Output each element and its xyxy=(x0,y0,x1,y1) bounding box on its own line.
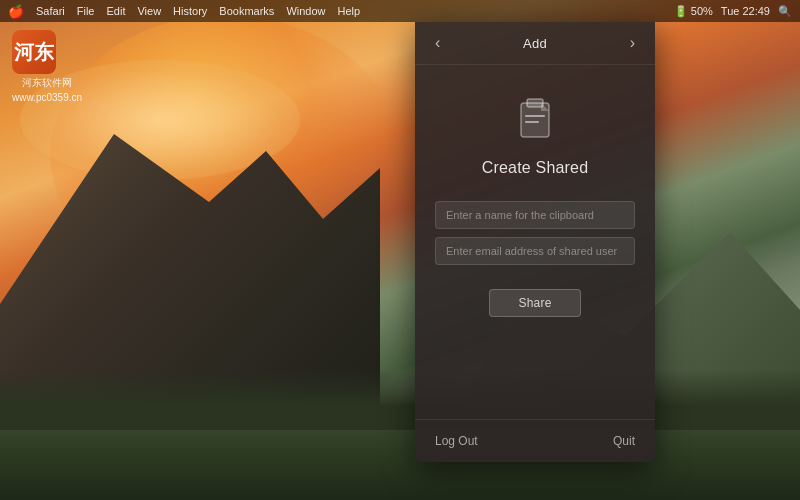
svg-rect-2 xyxy=(525,115,545,117)
svg-rect-1 xyxy=(527,99,543,107)
watermark-site: 河东软件网 xyxy=(12,76,82,90)
menubar-history[interactable]: History xyxy=(173,5,207,17)
menubar-search-icon[interactable]: 🔍 xyxy=(778,5,792,18)
clipboard-name-input[interactable] xyxy=(435,201,635,229)
menubar-safari[interactable]: Safari xyxy=(36,5,65,17)
menubar-edit[interactable]: Edit xyxy=(106,5,125,17)
add-panel: ‹ Add › Create Shared Share Log Out Q xyxy=(415,22,655,462)
shared-user-email-input[interactable] xyxy=(435,237,635,265)
panel-header: ‹ Add › xyxy=(415,22,655,65)
logout-button[interactable]: Log Out xyxy=(435,432,478,450)
menubar-bookmarks[interactable]: Bookmarks xyxy=(219,5,274,17)
watermark-url: www.pc0359.cn xyxy=(12,92,82,103)
share-button[interactable]: Share xyxy=(489,289,580,317)
tree-line xyxy=(0,370,800,430)
menubar-file[interactable]: File xyxy=(77,5,95,17)
menubar-view[interactable]: View xyxy=(137,5,161,17)
ground xyxy=(0,420,800,500)
menubar-help[interactable]: Help xyxy=(338,5,361,17)
menubar-window[interactable]: Window xyxy=(286,5,325,17)
menubar-clock: Tue 22:49 xyxy=(721,5,770,17)
watermark-logo: 河东 xyxy=(12,30,56,74)
quit-button[interactable]: Quit xyxy=(613,432,635,450)
menubar: 🍎 Safari File Edit View History Bookmark… xyxy=(0,0,800,22)
watermark: 河东 河东软件网 www.pc0359.cn xyxy=(12,30,82,103)
panel-title: Add xyxy=(523,36,547,51)
forward-button[interactable]: › xyxy=(626,32,639,54)
clipboard-icon xyxy=(511,95,559,143)
panel-content: Create Shared Share xyxy=(415,65,655,419)
svg-rect-3 xyxy=(525,121,539,123)
back-button[interactable]: ‹ xyxy=(431,32,444,54)
create-shared-heading: Create Shared xyxy=(482,159,589,177)
menubar-left: 🍎 Safari File Edit View History Bookmark… xyxy=(8,4,360,19)
menubar-battery: 🔋 50% xyxy=(674,5,713,18)
panel-footer: Log Out Quit xyxy=(415,419,655,462)
menubar-right: 🔋 50% Tue 22:49 🔍 xyxy=(674,5,792,18)
apple-menu[interactable]: 🍎 xyxy=(8,4,24,19)
